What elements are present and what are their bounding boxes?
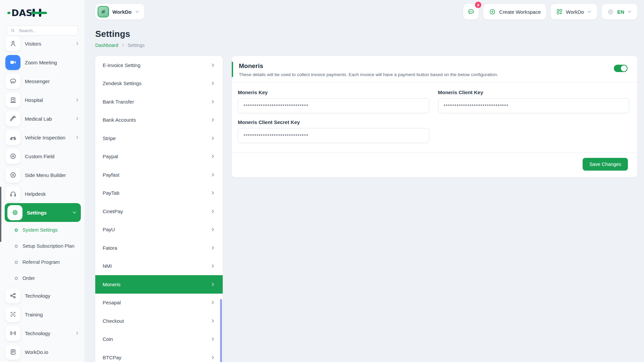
sidebar-item-custom-field[interactable]: Custom Field: [0, 147, 85, 166]
bullet-icon: [15, 229, 18, 232]
settings-nav-label: PayTab: [103, 190, 119, 196]
settings-nav-zendesk-settings[interactable]: Zendesk Settings: [95, 74, 223, 93]
sidebar-item-visitors[interactable]: Visitors: [0, 37, 85, 53]
chevron-down-icon: [72, 210, 77, 215]
sidebar-scrollbar[interactable]: [0, 187, 1, 242]
settings-nav-label: PayU: [103, 227, 115, 232]
moneris-client-key-input[interactable]: [438, 98, 630, 113]
settings-nav-payfast[interactable]: Payfast: [95, 166, 223, 184]
settings-nav-coin[interactable]: Coin: [95, 330, 223, 349]
field-moneris-client-secret-key: Moneris Client Secret Key: [238, 119, 429, 143]
sidebar-item-training[interactable]: Training: [0, 305, 85, 324]
settings-nav-paypal[interactable]: Paypal: [95, 147, 223, 166]
moneris-panel: Moneris These details will be used to co…: [232, 56, 637, 177]
search-field[interactable]: [18, 28, 74, 34]
sidebar-item-hospital[interactable]: Hospital: [0, 90, 85, 109]
sidebar-item-vehicle-inspection[interactable]: Vehicle Inspection: [0, 128, 85, 147]
settings-nav-moneris[interactable]: Moneris: [95, 275, 223, 294]
moneris-client-secret-key-input[interactable]: [238, 128, 429, 143]
settings-nav-stripe[interactable]: Stripe: [95, 129, 223, 147]
chevron-right-icon: [210, 209, 215, 214]
chevron-right-icon: [210, 300, 215, 305]
sidebar-subitem-system-settings[interactable]: System Settings: [0, 222, 85, 238]
sidebar-subitem-label: Referral Program: [22, 259, 60, 265]
sidebar-menu: VisitorsZoom MeetingMessengerHospitalMed…: [0, 37, 85, 362]
save-changes-button[interactable]: Save Changes: [583, 158, 628, 171]
language-selector[interactable]: EN: [602, 4, 637, 19]
settings-nav-fatora[interactable]: Fatora: [95, 239, 223, 257]
settings-nav-e-invoice-setting[interactable]: E-invoice Setting: [95, 56, 223, 74]
settings-nav-paytab[interactable]: PayTab: [95, 184, 223, 202]
sidebar-item-workdo-io[interactable]: WorkDo.io: [0, 343, 85, 361]
settings-nav-label: Payfast: [103, 172, 119, 178]
workspace-selector[interactable]: WorkDo: [95, 4, 144, 19]
settings-nav-checkout[interactable]: Checkout: [95, 312, 223, 330]
sidebar-item-label: Messenger: [25, 78, 50, 84]
settings-nav-label: Bank Accounts: [103, 117, 136, 123]
chevron-right-icon: [210, 154, 215, 159]
settings-nav-label: Pesapal: [103, 300, 121, 305]
chevron-down-icon: [627, 9, 632, 14]
settings-nav-label: E-invoice Setting: [103, 62, 141, 68]
workspace-name: WorkDo: [112, 9, 131, 15]
settings-nav-nmi[interactable]: NMI: [95, 257, 223, 276]
sidebar-item-messenger[interactable]: Messenger: [0, 72, 85, 90]
chevron-right-icon: [210, 263, 215, 268]
settings-nav-label: Fatora: [103, 245, 117, 251]
chevron-right-icon: [210, 136, 215, 141]
sidebar-item-label: Settings: [27, 210, 47, 216]
settings-nav-payu[interactable]: PayU: [95, 221, 223, 239]
field-label: Moneris Client Key: [438, 89, 630, 95]
chat-bubble-icon: [467, 8, 475, 15]
settings-nav-label: Zendesk Settings: [103, 80, 142, 86]
settings-nav-label: NMI: [103, 263, 112, 269]
sidebar-item-technology[interactable]: Technology: [0, 286, 85, 305]
sidebar: DAS VisitorsZoom MeetingMessengerHospita…: [0, 0, 85, 362]
sidebar-item-helpdesk[interactable]: Helpdesk: [0, 184, 85, 203]
chevron-right-icon: [75, 41, 79, 46]
sidebar-item-zoom-meeting[interactable]: Zoom Meeting: [0, 53, 85, 72]
sidebar-item-technology[interactable]: Technology: [0, 324, 85, 343]
sidebar-item-label: WorkDo.io: [25, 349, 48, 355]
list-scrollbar[interactable]: [220, 299, 222, 362]
sidebar-subitem-order[interactable]: Order: [0, 270, 85, 286]
settings-nav-cinetpay[interactable]: CinetPay: [95, 202, 223, 221]
sidebar-item-label: Hospital: [25, 97, 43, 103]
sidebar-subitem-setup-subscription-plan[interactable]: Setup Subscription Plan: [0, 238, 85, 254]
moneris-enabled-toggle[interactable]: [614, 65, 628, 72]
create-workspace-button[interactable]: Create Workspace: [483, 4, 546, 19]
settings-nav-btcpay[interactable]: BTCPay: [95, 348, 223, 362]
plus-circle-icon: [5, 168, 20, 183]
settings-nav-label: Checkout: [103, 318, 124, 324]
settings-nav-list: E-invoice SettingZendesk SettingsBank Tr…: [95, 56, 223, 362]
field-moneris-client-key: Moneris Client Key: [438, 89, 630, 113]
messages-button[interactable]: 0: [463, 4, 479, 19]
bullet-icon: [15, 245, 18, 248]
chevron-right-icon: [210, 99, 215, 104]
sidebar-item-medical-lab[interactable]: Medical Lab: [0, 109, 85, 128]
globe-icon: [607, 8, 614, 15]
gear-icon: [7, 205, 22, 220]
chevron-right-icon: [75, 116, 79, 121]
settings-nav-bank-transfer[interactable]: Bank Transfer: [95, 93, 223, 111]
breadcrumb-dashboard-link[interactable]: Dashboard: [95, 43, 118, 48]
sidebar-item-side-menu-builder[interactable]: Side Menu Builder: [0, 166, 85, 184]
video-camera-icon: [5, 55, 20, 70]
sidebar-subitem-referral-program[interactable]: Referral Program: [0, 254, 85, 270]
settings-nav-pesapal[interactable]: Pesapal: [95, 294, 223, 312]
topbar: WorkDo 0 Create Workspace WorkDo EN: [95, 4, 637, 19]
search-input[interactable]: [7, 25, 78, 36]
moneris-key-input[interactable]: [238, 98, 429, 113]
chevron-right-icon: [210, 318, 215, 323]
bullet-icon: [15, 261, 18, 264]
settings-nav-bank-accounts[interactable]: Bank Accounts: [95, 111, 223, 129]
settings-nav-label: Moneris: [103, 282, 120, 287]
panel-description: These details will be used to collect in…: [239, 72, 610, 77]
app-switcher-button[interactable]: WorkDo: [551, 4, 597, 19]
accent-bar: [232, 62, 233, 77]
chevron-right-icon: [210, 81, 215, 86]
page-title: Settings: [95, 29, 637, 39]
bullet-icon: [15, 277, 18, 280]
sidebar-item-label: Helpdesk: [25, 191, 46, 197]
sidebar-item-settings[interactable]: Settings: [5, 203, 81, 222]
